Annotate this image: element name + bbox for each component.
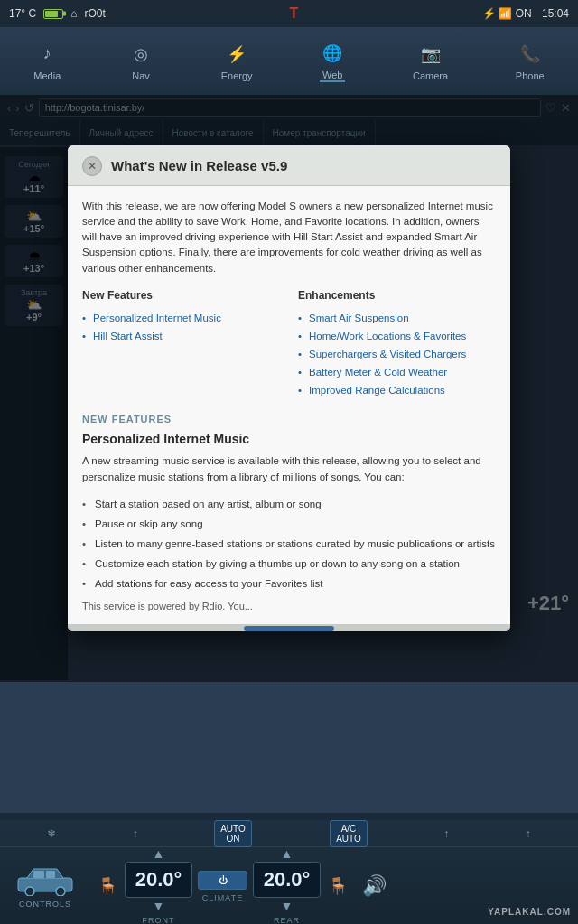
modal-close-button[interactable]: ✕ xyxy=(82,156,102,176)
modal-feature-desc: A new streaming music service is availab… xyxy=(82,453,496,485)
bottom-icon-1[interactable]: ❄ xyxy=(47,827,56,840)
new-features-title: New Features xyxy=(82,289,280,302)
nav-item-energy[interactable]: ⚡ Energy xyxy=(221,42,253,81)
front-temp-up-button[interactable]: ▲ xyxy=(153,847,165,860)
feature-list-item-4: Customize each station by giving a thumb… xyxy=(82,554,496,574)
climate-controls: ⏻ CLIMATE xyxy=(192,871,253,902)
bottom-icon-4[interactable]: ↑ xyxy=(526,827,531,840)
modal-intro-text: With this release, we are now offering M… xyxy=(82,199,496,276)
modal-feature-list: Start a station based on any artist, alb… xyxy=(82,494,496,593)
feature-item-hillstart[interactable]: Hill Start Assist xyxy=(82,327,280,345)
release-notes-modal: ✕ What's New in Release v5.9 With this r… xyxy=(68,145,510,632)
modal-body[interactable]: With this release, we are now offering M… xyxy=(68,186,510,625)
front-temp-down-button[interactable]: ▼ xyxy=(153,900,165,912)
nav-item-media[interactable]: ♪ Media xyxy=(33,42,61,81)
right-seat-section[interactable]: 🪑 xyxy=(321,876,355,896)
nav-item-web[interactable]: 🌐 Web xyxy=(320,41,345,82)
user-label: rO0t xyxy=(84,7,105,20)
nav-item-camera[interactable]: 📷 Camera xyxy=(413,42,448,81)
modal-bottom-bar xyxy=(68,624,510,631)
enhancement-item-suspension[interactable]: Smart Air Suspension xyxy=(298,309,496,327)
svg-rect-3 xyxy=(33,871,44,878)
feature-item-music[interactable]: Personalized Internet Music xyxy=(82,309,280,327)
feature-list-item-3: Listen to many genre-based stations or s… xyxy=(82,534,496,554)
svg-point-2 xyxy=(56,887,65,896)
ac-auto-button[interactable]: A/CAUTO xyxy=(330,820,368,847)
temperature-label: 17° C xyxy=(9,7,36,20)
network-label: ON xyxy=(516,7,532,20)
climate-power-button[interactable]: ⏻ xyxy=(198,871,247,890)
car-icon xyxy=(14,864,77,896)
wifi-icon: 📶 xyxy=(499,7,515,20)
media-label: Media xyxy=(33,70,61,81)
ac-auto-label: A/CAUTO xyxy=(336,824,361,844)
energy-icon: ⚡ xyxy=(224,42,249,67)
nav-label: Nav xyxy=(132,70,150,81)
modal-overlay: ✕ What's New in Release v5.9 With this r… xyxy=(0,95,578,682)
nav-item-nav[interactable]: ◎ Nav xyxy=(128,42,154,81)
camera-label: Camera xyxy=(413,70,448,81)
controls-label: CONTROLS xyxy=(19,900,71,909)
volume-icon[interactable]: 🔊 xyxy=(362,874,387,898)
rear-temp-up-button[interactable]: ▲ xyxy=(281,847,294,860)
left-seat-section[interactable]: 🪑 xyxy=(90,876,125,896)
status-right: ⚡ 📶 ON 15:04 xyxy=(482,7,569,20)
battery-icon xyxy=(43,9,63,19)
feature-list-item-2: Pause or skip any song xyxy=(82,514,496,534)
auto-on-label: AUTOON xyxy=(220,824,246,844)
enhancement-item-battery[interactable]: Battery Meter & Cold Weather xyxy=(298,363,496,381)
new-features-column: New Features Personalized Internet Music… xyxy=(82,289,280,399)
energy-label: Energy xyxy=(221,70,253,81)
svg-rect-4 xyxy=(46,871,55,878)
bottom-icon-2[interactable]: ↑ xyxy=(133,827,138,840)
rear-label: REAR xyxy=(274,916,300,924)
nav-icon: ◎ xyxy=(128,42,154,67)
enhancement-item-locations[interactable]: Home/Work Locations & Favorites xyxy=(298,327,496,345)
rear-temp-value: 20.0° xyxy=(253,862,321,898)
yaplakal-watermark: YAPLAKAL.COM xyxy=(488,907,571,917)
climate-label: CLIMATE xyxy=(202,893,243,902)
status-left: 17° C ⌂ rO0t xyxy=(9,7,106,20)
modal-section-title: NEW FEATURES xyxy=(82,414,496,425)
modal-header: ✕ What's New in Release v5.9 xyxy=(68,145,510,186)
tesla-logo: T xyxy=(289,5,298,22)
web-label: Web xyxy=(322,70,342,80)
enhancements-column: Enhancements Smart Air Suspension Home/W… xyxy=(298,289,496,399)
status-bar: 17° C ⌂ rO0t T ⚡ 📶 ON 15:04 xyxy=(0,0,578,27)
phone-label: Phone xyxy=(516,70,545,81)
status-center: T xyxy=(289,5,298,22)
audio-section[interactable]: 🔊 xyxy=(355,874,394,898)
top-nav: ♪ Media ◎ Nav ⚡ Energy 🌐 Web 📷 Camera 📞 … xyxy=(0,27,578,95)
svg-point-1 xyxy=(25,887,34,896)
feature-list-item-5: Add stations for easy access to your Fav… xyxy=(82,574,496,593)
bottom-icon-3[interactable]: ↑ xyxy=(443,827,449,840)
clock: 15:04 xyxy=(542,7,569,20)
front-temp-display: ▲ 20.0° ▼ FRONT xyxy=(125,847,192,924)
auto-on-button[interactable]: AUTOON xyxy=(214,820,252,847)
feature-list-item-1: Start a station based on any artist, alb… xyxy=(82,494,496,514)
modal-feature-title: Personalized Internet Music xyxy=(82,432,496,446)
enhancements-list: Smart Air Suspension Home/Work Locations… xyxy=(298,309,496,399)
nav-item-phone[interactable]: 📞 Phone xyxy=(516,42,545,81)
modal-footer-text: This service is powered by Rdio. You... xyxy=(82,601,496,611)
rear-temp-display: ▲ 20.0° ▼ REAR xyxy=(253,847,321,924)
front-temp-value: 20.0° xyxy=(125,862,192,898)
bottom-top-row: ❄ ↑ AUTOON A/CAUTO ↑ ↑ xyxy=(0,820,578,847)
web-icon: 🌐 xyxy=(320,41,345,66)
home-icon[interactable]: ⌂ xyxy=(70,7,77,20)
rear-temp-down-button[interactable]: ▼ xyxy=(281,900,294,912)
modal-scroll-indicator xyxy=(244,626,334,631)
enhancement-item-range[interactable]: Improved Range Calculations xyxy=(298,381,496,399)
new-features-list: Personalized Internet Music Hill Start A… xyxy=(82,309,280,345)
controls-section[interactable]: CONTROLS xyxy=(0,854,90,918)
phone-icon: 📞 xyxy=(517,42,543,67)
bluetooth-icon: ⚡ xyxy=(482,7,499,20)
front-label: FRONT xyxy=(143,916,175,924)
modal-title: What's New in Release v5.9 xyxy=(111,158,496,173)
media-icon: ♪ xyxy=(34,42,60,67)
right-seat-icon: 🪑 xyxy=(328,876,348,896)
enhancements-title: Enhancements xyxy=(298,289,496,302)
modal-columns: New Features Personalized Internet Music… xyxy=(82,289,496,399)
enhancement-item-superchargers[interactable]: Superchargers & Visited Chargers xyxy=(298,345,496,363)
left-seat-icon: 🪑 xyxy=(98,876,117,896)
